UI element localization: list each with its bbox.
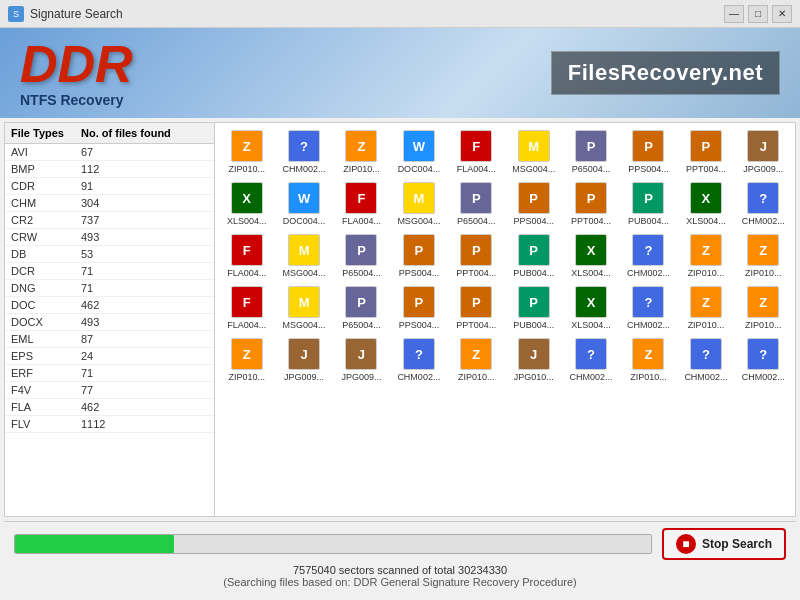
close-button[interactable]: ✕ [772,5,792,23]
table-row[interactable]: X XLS004... [563,231,618,281]
table-row[interactable]: ? CHM002... [678,335,733,385]
table-row[interactable]: Z ZIP010... [736,231,791,281]
table-row[interactable]: M MSG004... [276,231,331,281]
title-bar-left: S Signature Search [8,6,123,22]
table-row[interactable]: Z ZIP010... [736,283,791,333]
minimize-button[interactable]: — [724,5,744,23]
list-item[interactable]: CDR91 [5,178,214,195]
table-row[interactable]: F FLA004... [449,127,504,177]
table-row[interactable]: X XLS004... [563,283,618,333]
stop-button-label: Stop Search [702,537,772,551]
table-row[interactable]: P PPS004... [506,179,561,229]
table-row[interactable]: J JPG009... [334,335,389,385]
table-row[interactable]: J JPG010... [506,335,561,385]
left-panel-header: File Types No. of files found [5,123,214,144]
list-item[interactable]: CR2737 [5,212,214,229]
progress-text: 7575040 sectors scanned of total 3023433… [14,564,786,576]
logo-ddr: DDR [20,38,133,90]
table-row[interactable]: F FLA004... [334,179,389,229]
table-row[interactable]: P P65004... [563,127,618,177]
table-row[interactable]: Z ZIP010... [219,127,274,177]
table-row[interactable]: P PPT004... [449,283,504,333]
table-row[interactable]: X XLS004... [219,179,274,229]
table-row[interactable]: Z ZIP010... [219,335,274,385]
table-row[interactable]: ? CHM002... [736,335,791,385]
header-brand: FilesRecovery.net [551,51,780,95]
col-count-header: No. of files found [81,127,208,139]
table-row[interactable]: Z ZIP010... [449,335,504,385]
list-item[interactable]: DOCX493 [5,314,214,331]
stop-icon: ■ [676,534,696,554]
table-row[interactable]: M MSG004... [506,127,561,177]
list-item[interactable]: FLV1112 [5,416,214,433]
window-title: Signature Search [30,7,123,21]
table-row[interactable]: P PPT004... [563,179,618,229]
list-item[interactable]: DNG71 [5,280,214,297]
list-item[interactable]: DCR71 [5,263,214,280]
list-item[interactable]: DB53 [5,246,214,263]
table-row[interactable]: J JPG009... [736,127,791,177]
searching-text: (Searching files based on: DDR General S… [14,576,786,588]
table-row[interactable]: W DOC004... [276,179,331,229]
list-item[interactable]: F4V77 [5,382,214,399]
logo-subtitle: NTFS Recovery [20,92,133,108]
table-row[interactable]: J JPG009... [276,335,331,385]
table-row[interactable]: P PPT004... [678,127,733,177]
window-controls: — □ ✕ [724,5,792,23]
progress-bar-container [14,534,652,554]
table-row[interactable]: Z ZIP010... [334,127,389,177]
header-logo: DDR NTFS Recovery [20,38,133,108]
table-row[interactable]: P P65004... [334,283,389,333]
table-row[interactable]: ? CHM002... [736,179,791,229]
table-row[interactable]: M MSG004... [276,283,331,333]
table-row[interactable]: ? CHM002... [621,231,676,281]
table-row[interactable]: X XLS004... [678,179,733,229]
col-filetype-header: File Types [11,127,81,139]
table-row[interactable]: ? CHM002... [276,127,331,177]
file-grid: Z ZIP010... ? CHM002... Z ZIP010... W DO… [219,127,791,385]
table-row[interactable]: Z ZIP010... [678,283,733,333]
table-row[interactable]: P PUB004... [621,179,676,229]
list-item[interactable]: EPS24 [5,348,214,365]
list-item[interactable]: EML87 [5,331,214,348]
table-row[interactable]: Z ZIP010... [678,231,733,281]
brand-text: FilesRecovery.net [568,60,763,85]
list-item[interactable]: CRW493 [5,229,214,246]
list-item[interactable]: ERF71 [5,365,214,382]
table-row[interactable]: Z ZIP010... [621,335,676,385]
table-row[interactable]: F FLA004... [219,283,274,333]
table-row[interactable]: P PPS004... [621,127,676,177]
table-row[interactable]: P PPS004... [391,283,446,333]
bottom-area: ■ Stop Search 7575040 sectors scanned of… [4,521,796,600]
table-row[interactable]: ? CHM002... [621,283,676,333]
stop-search-button[interactable]: ■ Stop Search [662,528,786,560]
table-row[interactable]: ? CHM002... [563,335,618,385]
table-row[interactable]: ? CHM002... [391,335,446,385]
table-row[interactable]: P PUB004... [506,283,561,333]
title-bar: S Signature Search — □ ✕ [0,0,800,28]
app-icon: S [8,6,24,22]
table-row[interactable]: P P65004... [334,231,389,281]
list-item[interactable]: FLA462 [5,399,214,416]
table-row[interactable]: P PPS004... [391,231,446,281]
left-panel: File Types No. of files found AVI67BMP11… [5,123,215,516]
progress-bar-fill [15,535,174,553]
table-row[interactable]: P P65004... [449,179,504,229]
table-row[interactable]: P PPT004... [449,231,504,281]
table-row[interactable]: P PUB004... [506,231,561,281]
list-item[interactable]: AVI67 [5,144,214,161]
maximize-button[interactable]: □ [748,5,768,23]
main-content: File Types No. of files found AVI67BMP11… [4,122,796,517]
header: DDR NTFS Recovery FilesRecovery.net [0,28,800,118]
table-row[interactable]: F FLA004... [219,231,274,281]
list-item[interactable]: BMP112 [5,161,214,178]
table-row[interactable]: M MSG004... [391,179,446,229]
table-row[interactable]: W DOC004... [391,127,446,177]
file-types-list[interactable]: AVI67BMP112CDR91CHM304CR2737CRW493DB53DC… [5,144,214,516]
right-panel[interactable]: Z ZIP010... ? CHM002... Z ZIP010... W DO… [215,123,795,516]
progress-row: ■ Stop Search [14,528,786,560]
list-item[interactable]: CHM304 [5,195,214,212]
list-item[interactable]: DOC462 [5,297,214,314]
